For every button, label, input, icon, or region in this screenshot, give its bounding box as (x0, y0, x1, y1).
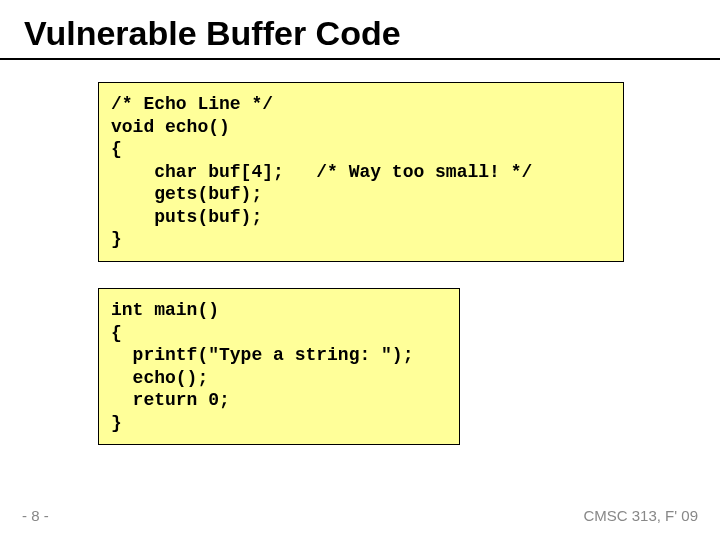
page-number: - 8 - (22, 507, 49, 524)
code-box-main: int main() { printf("Type a string: "); … (98, 288, 460, 445)
title-rule (0, 58, 720, 60)
course-label: CMSC 313, F' 09 (583, 507, 698, 524)
code-box-echo: /* Echo Line */ void echo() { char buf[4… (98, 82, 624, 262)
page-title: Vulnerable Buffer Code (24, 14, 401, 53)
